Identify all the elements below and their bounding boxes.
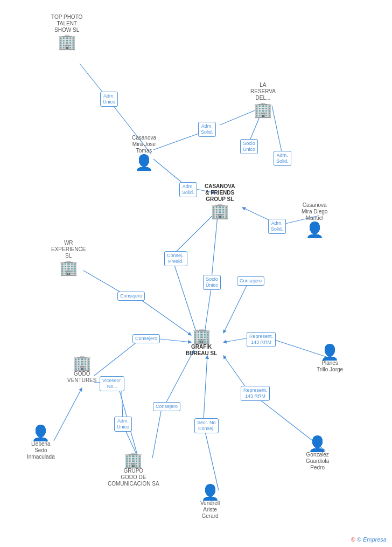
badge-represent-1: Represent. 143 RRM — [247, 332, 276, 347]
badge-consejero-3: Consejero — [132, 334, 160, 343]
node-gonzalez: 👤 Gonzalez Guardiola Pedro — [306, 437, 329, 472]
icon-casanova-jose: 👤 — [135, 155, 153, 170]
svg-line-29 — [204, 425, 219, 490]
svg-line-28 — [166, 350, 194, 403]
icon-gonzalez: 👤 — [308, 437, 327, 452]
watermark: © © Empresa — [351, 536, 387, 543]
badge-represent-2: Represent. 143 RRM — [241, 386, 270, 401]
icon-casanova-group: 🏢 — [211, 204, 229, 219]
node-grafik-bureau: 🏢 GRAFIK BUREAU SL — [186, 329, 217, 358]
badge-adm-solid-1: Adm. Solid. — [198, 122, 216, 137]
watermark-symbol: © — [351, 536, 355, 543]
badge-consejero-2: Consejero — [117, 292, 145, 301]
svg-line-30 — [204, 356, 207, 419]
node-lleberia: 👤 Lleberia Sedo Inmaculada — [27, 426, 55, 461]
badge-adm-solid-3: Adm. Solid. — [179, 182, 197, 197]
svg-line-12 — [212, 210, 218, 278]
node-planes-jorge: 👤 Planes Trillo Jorge — [317, 345, 343, 374]
label-godo-ventures: GODO VENTURES — [67, 371, 96, 384]
badge-socio-unico-1: Socio Único — [240, 139, 258, 154]
badge-consejero-1: Consejero — [237, 276, 264, 286]
watermark-text: © Empresa — [357, 536, 387, 543]
label-top-photo: TOP PHOTO TALENT SHOW SL — [51, 14, 82, 33]
node-casanova-group: CASANOVA & FRIENDS GROUP SL 🏢 — [205, 183, 235, 219]
node-grupo-godo: 🏢 GRUPO GODO DE COMUNICACION SA — [108, 453, 159, 488]
badge-socio-unico-2: Socio Único — [203, 275, 221, 290]
node-wr-experience: WR EXPERIENCE SL 🏢 — [51, 240, 86, 275]
label-grupo-godo: GRUPO GODO DE COMUNICACION SA — [108, 468, 159, 487]
label-casanova-diego: Casanova Mira Diego Manuel — [302, 202, 327, 221]
icon-grafik-bureau: 🏢 — [192, 329, 211, 344]
svg-line-14 — [223, 283, 248, 333]
svg-line-27 — [152, 408, 162, 458]
node-casanova-jose: Casanova Mira Jose Tomas 👤 — [132, 135, 156, 170]
label-lleberia: Lleberia Sedo Inmaculada — [27, 441, 55, 460]
icon-planes-jorge: 👤 — [320, 345, 339, 360]
label-la-reserva: LA RESERVA DEL... — [250, 82, 276, 101]
node-la-reserva: LA RESERVA DEL... 🏢 — [250, 82, 276, 117]
label-wr-experience: WR EXPERIENCE SL — [51, 240, 86, 259]
icon-lleberia: 👤 — [31, 426, 50, 441]
node-casanova-diego: Casanova Mira Diego Manuel 👤 — [302, 202, 327, 238]
badge-consejero-4: Consejero — [153, 402, 180, 411]
icon-la-reserva: 🏢 — [254, 102, 272, 117]
icon-casanova-diego: 👤 — [305, 223, 324, 238]
icon-grupo-godo: 🏢 — [124, 453, 143, 468]
badge-adm-solid-4: Adm. Solid. — [268, 219, 286, 234]
node-vendrell: 👤 Vendrell Ariste Gerard — [200, 485, 220, 521]
badge-adm-unico-1: Adm. Unico — [100, 92, 118, 107]
svg-line-19 — [94, 340, 140, 376]
icon-godo-ventures: 🏢 — [73, 356, 92, 371]
label-casanova-jose: Casanova Mira Jose Tomas — [132, 135, 156, 154]
label-vendrell: Vendrell Ariste Gerard — [200, 500, 220, 520]
badge-adm-unico-2: Adm. Unico — [114, 417, 132, 432]
label-gonzalez: Gonzalez Guardiola Pedro — [306, 452, 329, 471]
svg-line-13 — [205, 285, 212, 333]
svg-line-16 — [140, 299, 191, 335]
svg-line-11 — [173, 262, 197, 333]
label-planes-jorge: Planes Trillo Jorge — [317, 360, 343, 373]
svg-line-31 — [54, 388, 82, 441]
icon-top-photo: 🏢 — [58, 34, 76, 50]
node-godo-ventures: 🏢 GODO VENTURES — [67, 356, 96, 385]
label-grafik-bureau: GRAFIK BUREAU SL — [186, 344, 217, 357]
badge-adm-solid-2: Adm. Solid. — [274, 151, 291, 166]
org-chart: TOP PHOTO TALENT SHOW SL 🏢 LA RESERVA DE… — [0, 0, 392, 547]
icon-vendrell: 👤 — [201, 485, 220, 500]
icon-wr-experience: 🏢 — [59, 260, 78, 275]
badge-vicesecr: Vicesecr. No... — [100, 376, 124, 391]
badge-secr-no: Secr. No Consej. — [194, 418, 219, 433]
badge-consej-presid: Consej.. Presid. — [164, 251, 187, 266]
node-top-photo: TOP PHOTO TALENT SHOW SL 🏢 — [51, 14, 82, 50]
label-casanova-group: CASANOVA & FRIENDS GROUP SL — [205, 183, 235, 203]
